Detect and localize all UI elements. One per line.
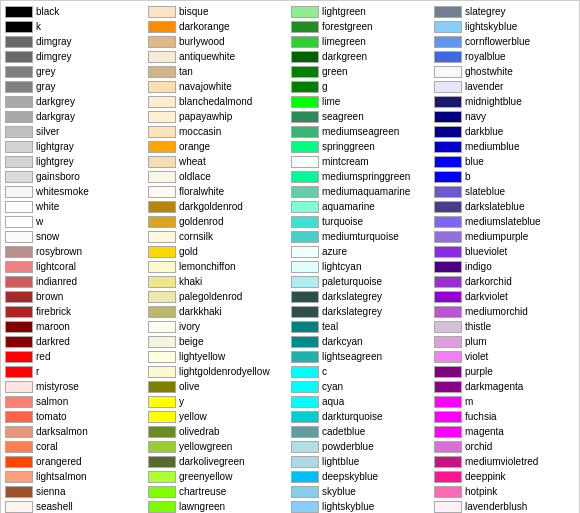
color-name-label: palegoldenrod: [179, 290, 242, 304]
color-swatch: [434, 381, 462, 393]
color-row: thistle: [434, 320, 575, 334]
color-name-label: darkmagenta: [465, 380, 523, 394]
color-name-label: c: [322, 365, 327, 379]
color-row: purple: [434, 365, 575, 379]
color-row: coral: [5, 440, 146, 454]
color-row: darkgray: [5, 110, 146, 124]
color-swatch: [148, 126, 176, 138]
color-row: darkviolet: [434, 290, 575, 304]
color-name-label: mediumvioletred: [465, 455, 538, 469]
color-row: salmon: [5, 395, 146, 409]
color-swatch: [5, 6, 33, 18]
color-name-label: darkorange: [179, 20, 230, 34]
color-name-label: khaki: [179, 275, 202, 289]
color-name-label: g: [322, 80, 328, 94]
color-name-label: azure: [322, 245, 347, 259]
color-swatch: [434, 396, 462, 408]
color-name-label: grey: [36, 65, 55, 79]
color-row: dimgrey: [5, 50, 146, 64]
color-name-label: midnightblue: [465, 95, 522, 109]
color-name-label: ghostwhite: [465, 65, 513, 79]
color-row: mediumturquoise: [291, 230, 432, 244]
color-name-label: darkslategrey: [322, 290, 382, 304]
color-row: brown: [5, 290, 146, 304]
color-swatch: [434, 201, 462, 213]
color-swatch: [5, 411, 33, 423]
color-row: oldlace: [148, 170, 289, 184]
color-name-label: deeppink: [465, 470, 506, 484]
color-row: cadetblue: [291, 425, 432, 439]
color-swatch: [291, 171, 319, 183]
color-swatch: [291, 231, 319, 243]
color-swatch: [291, 141, 319, 153]
color-name-label: lavender: [465, 80, 503, 94]
color-row: azure: [291, 245, 432, 259]
color-name-label: paleturquoise: [322, 275, 382, 289]
color-row: b: [434, 170, 575, 184]
color-name-label: hotpink: [465, 485, 497, 499]
color-swatch: [434, 321, 462, 333]
color-swatch: [434, 96, 462, 108]
color-row: lightgreen: [291, 5, 432, 19]
color-name-label: teal: [322, 320, 338, 334]
color-row: darkkhaki: [148, 305, 289, 319]
color-row: mediumslateblue: [434, 215, 575, 229]
color-row: deeppink: [434, 470, 575, 484]
color-swatch: [5, 366, 33, 378]
color-name-label: y: [179, 395, 184, 409]
color-row: turquoise: [291, 215, 432, 229]
color-name-label: darkgoldenrod: [179, 200, 243, 214]
color-swatch: [148, 51, 176, 63]
color-row: olivedrab: [148, 425, 289, 439]
color-name-label: wheat: [179, 155, 206, 169]
color-name-label: lightskyblue: [465, 20, 517, 34]
color-swatch: [5, 126, 33, 138]
color-swatch: [291, 201, 319, 213]
color-name-label: coral: [36, 440, 58, 454]
color-swatch: [5, 171, 33, 183]
color-name-label: b: [465, 170, 471, 184]
color-row: seashell: [5, 500, 146, 513]
color-row: burlywood: [148, 35, 289, 49]
color-swatch: [291, 381, 319, 393]
color-name-label: maroon: [36, 320, 70, 334]
color-name-label: gold: [179, 245, 198, 259]
color-swatch: [434, 156, 462, 168]
color-row: y: [148, 395, 289, 409]
color-row: grey: [5, 65, 146, 79]
color-row: mediumpurple: [434, 230, 575, 244]
color-swatch: [291, 276, 319, 288]
color-swatch: [434, 351, 462, 363]
color-name-label: lemonchiffon: [179, 260, 236, 274]
color-name-label: black: [36, 5, 59, 19]
color-name-label: red: [36, 350, 50, 364]
color-row: gray: [5, 80, 146, 94]
color-row: chartreuse: [148, 485, 289, 499]
color-name-label: dimgrey: [36, 50, 72, 64]
color-row: darkslategrey: [291, 290, 432, 304]
color-swatch: [434, 306, 462, 318]
color-row: orangered: [5, 455, 146, 469]
color-swatch: [434, 366, 462, 378]
color-row: tomato: [5, 410, 146, 424]
color-swatch: [5, 261, 33, 273]
color-swatch: [5, 486, 33, 498]
color-column-col1: blackkdimgraydimgreygreygraydarkgreydark…: [5, 5, 146, 513]
color-row: darkorchid: [434, 275, 575, 289]
color-column-col4: slategreylightskybluecornflowerblueroyal…: [434, 5, 575, 513]
color-swatch: [5, 501, 33, 513]
color-name-label: lightcyan: [322, 260, 361, 274]
color-swatch: [434, 51, 462, 63]
color-name-label: blanchedalmond: [179, 95, 252, 109]
color-row: ivory: [148, 320, 289, 334]
color-name-label: darkolivegreen: [179, 455, 245, 469]
color-swatch: [5, 441, 33, 453]
color-swatch: [148, 501, 176, 513]
color-row: teal: [291, 320, 432, 334]
color-swatch: [148, 471, 176, 483]
color-name-label: mediumseagreen: [322, 125, 399, 139]
color-name-label: w: [36, 215, 43, 229]
color-swatch: [5, 81, 33, 93]
color-name-label: brown: [36, 290, 63, 304]
color-row: whitesmoke: [5, 185, 146, 199]
